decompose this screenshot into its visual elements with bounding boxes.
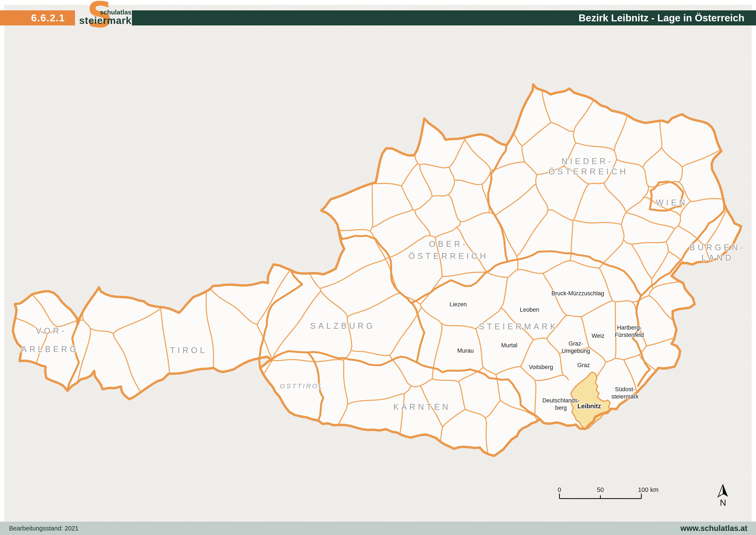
title-bar: Bezirk Leibnitz - Lage in Österreich bbox=[132, 10, 756, 25]
scale-tick-label-0: 0 bbox=[558, 486, 561, 493]
austria-map: 0 50 100 km N bbox=[0, 0, 756, 535]
north-label: N bbox=[720, 498, 726, 507]
scale-tick-label-100: 100 km bbox=[638, 486, 659, 493]
atlas-sheet: { "header": { "code": "6.6.2.1", "title"… bbox=[0, 0, 756, 535]
footer-site-link[interactable]: www.schulatlas.at bbox=[680, 524, 747, 533]
schulatlas-logo: S schulatlas steiermark bbox=[78, 0, 131, 41]
footer: Bearbeitungsstand: 2021 www.schulatlas.a… bbox=[0, 521, 756, 535]
logo-line2: steiermark bbox=[79, 14, 131, 26]
footer-status: Bearbeitungsstand: 2021 bbox=[9, 525, 78, 532]
scale-tick-label-50: 50 bbox=[597, 486, 604, 493]
page-title: Bezirk Leibnitz - Lage in Österreich bbox=[579, 12, 744, 23]
sheet-code-badge: 6.6.2.1 bbox=[0, 10, 75, 25]
